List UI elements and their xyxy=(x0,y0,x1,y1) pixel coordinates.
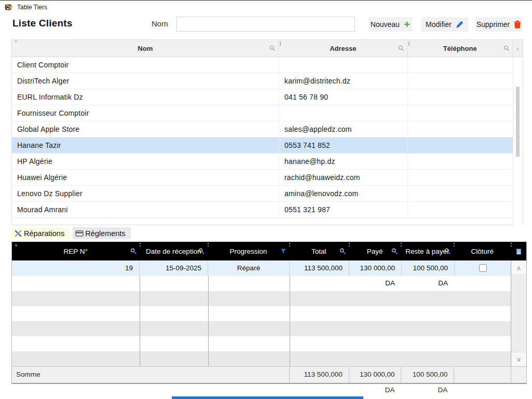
cell-rep: 19 xyxy=(12,260,140,276)
cell-adresse: karim@distritech.dz xyxy=(279,73,408,89)
cell-telephone xyxy=(408,73,513,89)
clients-table-body: Client Comptoir DistriTech Alger karim@d… xyxy=(12,57,523,218)
search-icon[interactable] xyxy=(398,45,404,51)
column-header-total[interactable]: Total xyxy=(289,242,349,260)
column-header-date[interactable]: Date de réception xyxy=(140,242,208,260)
detail-tabs: Réparations Règlements xyxy=(11,227,131,239)
search-icon[interactable] xyxy=(339,248,346,255)
name-search-label: Nom xyxy=(152,19,168,28)
cell-adresse: sales@appledz.com xyxy=(279,121,408,137)
close-icon: ✕ xyxy=(5,3,11,11)
repairs-scrollbar[interactable]: ∧ ∨ xyxy=(511,260,526,366)
empty-row xyxy=(12,351,512,366)
grid-corner-icon: ▼ xyxy=(14,243,18,248)
scroll-down-button[interactable]: ∨ xyxy=(512,352,526,366)
column-label-adresse: Adresse xyxy=(330,45,356,52)
column-drag-handle[interactable] xyxy=(280,42,281,46)
title-bar: Table Tiers ✕ xyxy=(0,1,532,14)
summary-spacer xyxy=(208,367,289,383)
pencil-icon xyxy=(456,20,464,29)
column-header-adresse[interactable]: Adresse xyxy=(279,40,407,57)
search-icon[interactable] xyxy=(503,45,510,51)
column-header-paye[interactable]: Payé xyxy=(349,242,401,260)
summary-row: Somme 113 500,000 130 000,00 DA 100 500,… xyxy=(12,366,526,383)
column-drag-handle[interactable] xyxy=(408,42,410,46)
search-icon[interactable] xyxy=(198,248,205,255)
column-header-telephone[interactable]: Téléphone xyxy=(407,40,513,57)
filter-icon[interactable] xyxy=(280,248,287,254)
column-header-reste[interactable]: Reste à payer xyxy=(401,242,454,260)
cell-adresse: rachid@huaweidz.com xyxy=(279,170,408,185)
table-row[interactable]: Huawei Algérie rachid@huaweidz.com xyxy=(12,170,513,186)
empty-row xyxy=(12,321,512,336)
table-row[interactable]: Mourad Amrani 0551 321 987 xyxy=(12,202,513,218)
new-button[interactable]: Nouveau + xyxy=(369,17,412,32)
column-header-progression[interactable]: Progression xyxy=(208,242,289,260)
cell-telephone xyxy=(408,121,513,137)
table-row[interactable]: EURL Informatik Dz 041 56 78 90 xyxy=(12,89,513,105)
delete-button[interactable]: Supprimer xyxy=(475,17,522,32)
table-row[interactable]: Lenovo Dz Supplier amina@lenovodz.com xyxy=(12,186,513,202)
table-row[interactable]: HP Algérie hanane@hp.dz xyxy=(12,154,513,170)
table-row[interactable]: Client Comptoir xyxy=(12,57,513,73)
cell-date: 15-09-2025 xyxy=(140,260,208,276)
column-label-rep: REP N° xyxy=(64,247,88,255)
cell-nom: HP Algérie xyxy=(12,154,279,169)
name-search-input[interactable] xyxy=(176,17,355,32)
search-icon[interactable] xyxy=(391,248,398,255)
edit-button[interactable]: Modifier xyxy=(421,17,468,32)
table-row[interactable]: DistriTech Alger karim@distritech.dz xyxy=(12,73,513,89)
tab-reparations[interactable]: Réparations xyxy=(11,227,70,239)
trash-icon xyxy=(514,20,521,29)
scrollbar-thumb[interactable] xyxy=(516,87,520,157)
cell-telephone xyxy=(408,105,513,121)
cell-total: 113 500,000 xyxy=(290,260,349,276)
column-header-rep[interactable]: ▼ REP N° xyxy=(12,242,140,260)
app-window: Table Tiers ✕ Liste Clients Nom Nouveau … xyxy=(0,0,532,399)
chevron-right-icon: › xyxy=(516,45,519,52)
repairs-table-header: ▼ REP N° Date de réception Progression xyxy=(12,242,526,260)
repair-row-selected[interactable]: 19 15-09-2025 Réparé 113 500,000 130 000… xyxy=(12,260,512,276)
clients-scrollbar[interactable] xyxy=(513,57,523,225)
table-row[interactable]: Fournisseur Comptoir xyxy=(12,105,513,121)
cell-nom: Hanane Tazir xyxy=(12,137,279,153)
sort-asc-icon: ⌃ xyxy=(13,39,18,46)
taskbar-accent-strip xyxy=(172,396,363,399)
cell-reste: 100 500,00 DA xyxy=(402,260,455,276)
cell-adresse: hanane@hp.dz xyxy=(279,154,408,169)
column-label-nom: Nom xyxy=(138,45,153,52)
plus-icon: + xyxy=(404,20,410,29)
column-chooser-button[interactable] xyxy=(511,242,526,260)
close-button[interactable]: ✕ xyxy=(0,1,15,14)
scroll-up-button[interactable]: ∧ xyxy=(512,261,526,275)
empty-row xyxy=(12,276,512,291)
cell-cloture xyxy=(455,260,512,276)
tab-reparations-label: Réparations xyxy=(24,229,64,238)
clients-table-header: ⌃ Nom Adresse Téléphone xyxy=(12,40,523,57)
edit-button-label: Modifier xyxy=(426,20,452,29)
table-row[interactable]: Global Apple Store sales@appledz.com xyxy=(12,121,513,137)
table-row-selected[interactable]: Hanane Tazir 0553 741 852 xyxy=(12,137,513,154)
scroll-right-button[interactable]: › xyxy=(513,40,523,57)
tools-icon xyxy=(14,229,22,238)
page-title: Liste Clients xyxy=(12,18,73,29)
window-title: Table Tiers xyxy=(17,4,47,11)
new-button-label: Nouveau xyxy=(371,20,400,29)
column-header-nom[interactable]: ⌃ Nom xyxy=(12,40,279,57)
cell-nom: Mourad Amrani xyxy=(12,202,279,217)
cell-adresse xyxy=(279,57,408,73)
search-icon[interactable] xyxy=(130,248,137,255)
cloture-checkbox[interactable] xyxy=(479,264,487,272)
search-icon[interactable] xyxy=(444,248,451,255)
column-header-cloture[interactable]: Clôturé xyxy=(454,242,511,260)
summary-paye: 130 000,00 DA xyxy=(349,367,401,383)
search-icon[interactable] xyxy=(269,45,276,51)
cell-nom: Fournisseur Comptoir xyxy=(12,105,279,121)
tab-reglements[interactable]: Règlements xyxy=(73,227,130,239)
cell-nom: Lenovo Dz Supplier xyxy=(12,186,279,201)
column-label-telephone: Téléphone xyxy=(443,45,477,52)
summary-spacer xyxy=(454,367,511,383)
clients-table: ⌃ Nom Adresse Téléphone xyxy=(11,39,523,225)
column-label-reste: Reste à payer xyxy=(405,247,449,255)
column-label-cloture: Clôturé xyxy=(471,247,494,255)
